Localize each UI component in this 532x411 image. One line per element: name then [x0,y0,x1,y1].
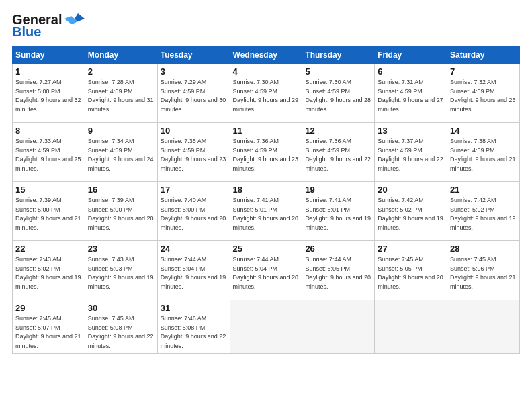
day-number: 19 [305,185,371,195]
day-info: Sunrise: 7:40 AMSunset: 5:00 PMDaylight:… [161,197,226,231]
day-info: Sunrise: 7:45 AMSunset: 5:08 PMDaylight:… [88,315,154,349]
day-number: 7 [450,66,517,77]
calendar-cell [302,300,375,354]
calendar-cell: 29Sunrise: 7:45 AMSunset: 5:07 PMDayligh… [13,300,85,354]
day-number: 20 [378,185,444,195]
day-number: 13 [378,126,444,136]
day-number: 28 [450,244,517,254]
day-number: 14 [450,126,517,136]
calendar-week-row: 29Sunrise: 7:45 AMSunset: 5:07 PMDayligh… [13,300,520,354]
day-info: Sunrise: 7:41 AMSunset: 5:01 PMDaylight:… [305,197,371,231]
calendar-cell: 18Sunrise: 7:41 AMSunset: 5:01 PMDayligh… [230,182,302,241]
calendar-cell: 24Sunrise: 7:44 AMSunset: 5:04 PMDayligh… [157,241,230,300]
calendar-cell [447,300,520,354]
calendar-cell: 6Sunrise: 7:31 AMSunset: 4:59 PMDaylight… [375,64,447,123]
day-info: Sunrise: 7:29 AMSunset: 4:59 PMDaylight:… [161,79,226,113]
calendar-cell: 5Sunrise: 7:30 AMSunset: 4:59 PMDaylight… [302,64,375,123]
calendar-cell: 30Sunrise: 7:45 AMSunset: 5:08 PMDayligh… [85,300,157,354]
day-info: Sunrise: 7:46 AMSunset: 5:08 PMDaylight:… [161,315,226,349]
calendar-cell: 13Sunrise: 7:37 AMSunset: 4:59 PMDayligh… [375,123,447,182]
weekday-header-friday: Friday [375,47,447,64]
day-number: 12 [305,126,371,136]
day-info: Sunrise: 7:35 AMSunset: 4:59 PMDaylight:… [161,138,226,172]
weekday-header-wednesday: Wednesday [230,47,302,64]
calendar-week-row: 1Sunrise: 7:27 AMSunset: 5:00 PMDaylight… [13,64,520,123]
day-number: 31 [161,303,227,313]
day-info: Sunrise: 7:45 AMSunset: 5:07 PMDaylight:… [15,315,81,349]
calendar-cell: 22Sunrise: 7:43 AMSunset: 5:02 PMDayligh… [13,241,85,300]
calendar-cell: 15Sunrise: 7:39 AMSunset: 5:00 PMDayligh… [13,182,85,241]
calendar-cell: 21Sunrise: 7:42 AMSunset: 5:02 PMDayligh… [447,182,520,241]
day-number: 3 [161,66,227,77]
day-info: Sunrise: 7:30 AMSunset: 4:59 PMDaylight:… [233,79,299,113]
day-info: Sunrise: 7:31 AMSunset: 4:59 PMDaylight:… [378,79,443,113]
logo-bird-icon [64,12,86,27]
day-info: Sunrise: 7:36 AMSunset: 4:59 PMDaylight:… [305,138,371,172]
day-info: Sunrise: 7:37 AMSunset: 4:59 PMDaylight:… [378,138,443,172]
day-number: 26 [305,244,371,254]
weekday-header-saturday: Saturday [447,47,520,64]
day-info: Sunrise: 7:30 AMSunset: 4:59 PMDaylight:… [305,79,371,113]
day-number: 23 [88,244,154,254]
day-number: 27 [378,244,444,254]
calendar-cell: 19Sunrise: 7:41 AMSunset: 5:01 PMDayligh… [302,182,375,241]
day-number: 21 [450,185,517,195]
calendar-cell: 1Sunrise: 7:27 AMSunset: 5:00 PMDaylight… [13,64,85,123]
logo: General Blue [12,12,86,40]
weekday-header-thursday: Thursday [302,47,375,64]
calendar-week-row: 22Sunrise: 7:43 AMSunset: 5:02 PMDayligh… [13,241,520,300]
day-number: 6 [378,66,444,77]
calendar-cell: 14Sunrise: 7:38 AMSunset: 4:59 PMDayligh… [447,123,520,182]
day-number: 1 [15,66,82,77]
day-number: 22 [15,244,82,254]
day-number: 4 [233,66,300,77]
weekday-header-tuesday: Tuesday [157,47,230,64]
calendar-cell: 31Sunrise: 7:46 AMSunset: 5:08 PMDayligh… [157,300,230,354]
day-info: Sunrise: 7:45 AMSunset: 5:06 PMDaylight:… [450,256,516,290]
calendar-header-row: SundayMondayTuesdayWednesdayThursdayFrid… [13,47,520,64]
weekday-header-monday: Monday [85,47,157,64]
calendar-cell: 16Sunrise: 7:39 AMSunset: 5:00 PMDayligh… [85,182,157,241]
calendar: SundayMondayTuesdayWednesdayThursdayFrid… [12,46,520,354]
day-info: Sunrise: 7:39 AMSunset: 5:00 PMDaylight:… [15,197,81,231]
calendar-week-row: 15Sunrise: 7:39 AMSunset: 5:00 PMDayligh… [13,182,520,241]
calendar-week-row: 8Sunrise: 7:33 AMSunset: 4:59 PMDaylight… [13,123,520,182]
page: General Blue SundayMondayTuesdayWednesda… [0,0,532,411]
calendar-cell: 12Sunrise: 7:36 AMSunset: 4:59 PMDayligh… [302,123,375,182]
day-number: 15 [15,185,82,195]
day-info: Sunrise: 7:42 AMSunset: 5:02 PMDaylight:… [378,197,443,231]
day-number: 5 [305,66,371,77]
header: General Blue [12,12,520,40]
day-info: Sunrise: 7:28 AMSunset: 4:59 PMDaylight:… [88,79,154,113]
calendar-cell [375,300,447,354]
day-info: Sunrise: 7:44 AMSunset: 5:04 PMDaylight:… [161,256,226,290]
calendar-cell: 27Sunrise: 7:45 AMSunset: 5:05 PMDayligh… [375,241,447,300]
calendar-cell: 23Sunrise: 7:43 AMSunset: 5:03 PMDayligh… [85,241,157,300]
day-number: 11 [233,126,300,136]
calendar-cell: 4Sunrise: 7:30 AMSunset: 4:59 PMDaylight… [230,64,302,123]
day-info: Sunrise: 7:43 AMSunset: 5:03 PMDaylight:… [88,256,154,290]
calendar-cell: 8Sunrise: 7:33 AMSunset: 4:59 PMDaylight… [13,123,85,182]
day-number: 25 [233,244,300,254]
day-number: 29 [15,303,82,313]
calendar-cell: 9Sunrise: 7:34 AMSunset: 4:59 PMDaylight… [85,123,157,182]
day-number: 24 [161,244,227,254]
calendar-cell: 2Sunrise: 7:28 AMSunset: 4:59 PMDaylight… [85,64,157,123]
weekday-header-sunday: Sunday [13,47,85,64]
day-info: Sunrise: 7:45 AMSunset: 5:05 PMDaylight:… [378,256,443,290]
calendar-cell: 25Sunrise: 7:44 AMSunset: 5:04 PMDayligh… [230,241,302,300]
day-info: Sunrise: 7:44 AMSunset: 5:05 PMDaylight:… [305,256,371,290]
calendar-cell: 7Sunrise: 7:32 AMSunset: 4:59 PMDaylight… [447,64,520,123]
calendar-body: 1Sunrise: 7:27 AMSunset: 5:00 PMDaylight… [13,64,520,354]
day-info: Sunrise: 7:32 AMSunset: 4:59 PMDaylight:… [450,79,516,113]
day-info: Sunrise: 7:33 AMSunset: 4:59 PMDaylight:… [15,138,81,172]
day-info: Sunrise: 7:27 AMSunset: 5:00 PMDaylight:… [15,79,81,113]
day-info: Sunrise: 7:38 AMSunset: 4:59 PMDaylight:… [450,138,516,172]
calendar-cell: 10Sunrise: 7:35 AMSunset: 4:59 PMDayligh… [157,123,230,182]
day-number: 18 [233,185,300,195]
day-number: 16 [88,185,154,195]
calendar-cell [230,300,302,354]
day-number: 9 [88,126,154,136]
calendar-cell: 28Sunrise: 7:45 AMSunset: 5:06 PMDayligh… [447,241,520,300]
calendar-cell: 26Sunrise: 7:44 AMSunset: 5:05 PMDayligh… [302,241,375,300]
